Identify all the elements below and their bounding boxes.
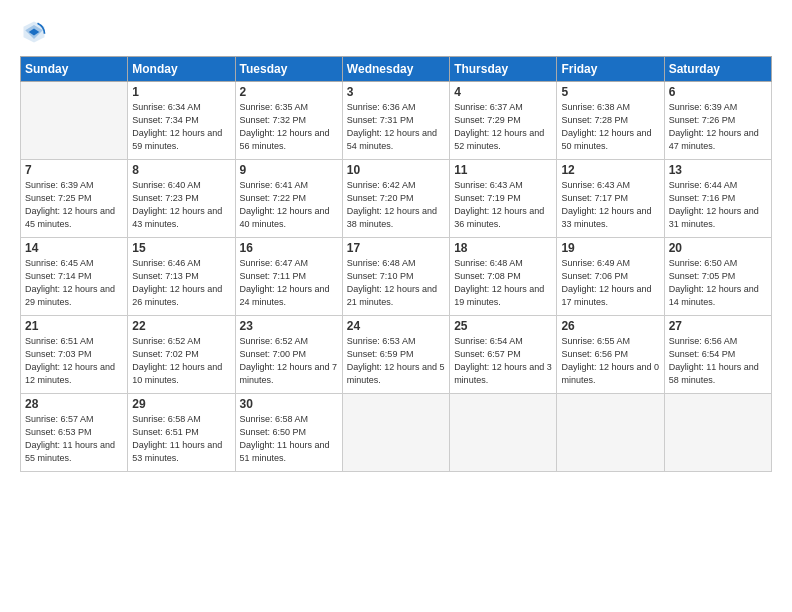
day-info: Sunrise: 6:44 AMSunset: 7:16 PMDaylight:…: [669, 179, 767, 231]
calendar-week-row: 14Sunrise: 6:45 AMSunset: 7:14 PMDayligh…: [21, 238, 772, 316]
calendar-cell: 19Sunrise: 6:49 AMSunset: 7:06 PMDayligh…: [557, 238, 664, 316]
day-number: 30: [240, 397, 338, 411]
calendar-cell: 15Sunrise: 6:46 AMSunset: 7:13 PMDayligh…: [128, 238, 235, 316]
day-info: Sunrise: 6:57 AMSunset: 6:53 PMDaylight:…: [25, 413, 123, 465]
calendar-header-row: SundayMondayTuesdayWednesdayThursdayFrid…: [21, 57, 772, 82]
calendar-cell: 13Sunrise: 6:44 AMSunset: 7:16 PMDayligh…: [664, 160, 771, 238]
day-info: Sunrise: 6:34 AMSunset: 7:34 PMDaylight:…: [132, 101, 230, 153]
day-number: 13: [669, 163, 767, 177]
calendar-cell: 20Sunrise: 6:50 AMSunset: 7:05 PMDayligh…: [664, 238, 771, 316]
calendar-cell: 7Sunrise: 6:39 AMSunset: 7:25 PMDaylight…: [21, 160, 128, 238]
day-info: Sunrise: 6:58 AMSunset: 6:51 PMDaylight:…: [132, 413, 230, 465]
calendar-cell: [450, 394, 557, 472]
day-info: Sunrise: 6:50 AMSunset: 7:05 PMDaylight:…: [669, 257, 767, 309]
day-info: Sunrise: 6:43 AMSunset: 7:19 PMDaylight:…: [454, 179, 552, 231]
day-number: 27: [669, 319, 767, 333]
day-info: Sunrise: 6:47 AMSunset: 7:11 PMDaylight:…: [240, 257, 338, 309]
day-number: 16: [240, 241, 338, 255]
calendar-cell: [21, 82, 128, 160]
day-number: 25: [454, 319, 552, 333]
day-info: Sunrise: 6:49 AMSunset: 7:06 PMDaylight:…: [561, 257, 659, 309]
day-number: 26: [561, 319, 659, 333]
calendar-cell: 17Sunrise: 6:48 AMSunset: 7:10 PMDayligh…: [342, 238, 449, 316]
calendar-cell: 22Sunrise: 6:52 AMSunset: 7:02 PMDayligh…: [128, 316, 235, 394]
day-header-tuesday: Tuesday: [235, 57, 342, 82]
day-info: Sunrise: 6:36 AMSunset: 7:31 PMDaylight:…: [347, 101, 445, 153]
day-number: 5: [561, 85, 659, 99]
day-number: 15: [132, 241, 230, 255]
day-number: 2: [240, 85, 338, 99]
calendar-cell: 24Sunrise: 6:53 AMSunset: 6:59 PMDayligh…: [342, 316, 449, 394]
calendar-table: SundayMondayTuesdayWednesdayThursdayFrid…: [20, 56, 772, 472]
day-header-thursday: Thursday: [450, 57, 557, 82]
calendar-cell: 25Sunrise: 6:54 AMSunset: 6:57 PMDayligh…: [450, 316, 557, 394]
day-number: 12: [561, 163, 659, 177]
day-info: Sunrise: 6:41 AMSunset: 7:22 PMDaylight:…: [240, 179, 338, 231]
calendar-cell: 16Sunrise: 6:47 AMSunset: 7:11 PMDayligh…: [235, 238, 342, 316]
calendar-week-row: 21Sunrise: 6:51 AMSunset: 7:03 PMDayligh…: [21, 316, 772, 394]
calendar-cell: 4Sunrise: 6:37 AMSunset: 7:29 PMDaylight…: [450, 82, 557, 160]
day-info: Sunrise: 6:43 AMSunset: 7:17 PMDaylight:…: [561, 179, 659, 231]
day-number: 19: [561, 241, 659, 255]
calendar-cell: 6Sunrise: 6:39 AMSunset: 7:26 PMDaylight…: [664, 82, 771, 160]
calendar-cell: 8Sunrise: 6:40 AMSunset: 7:23 PMDaylight…: [128, 160, 235, 238]
day-info: Sunrise: 6:46 AMSunset: 7:13 PMDaylight:…: [132, 257, 230, 309]
day-info: Sunrise: 6:52 AMSunset: 7:00 PMDaylight:…: [240, 335, 338, 387]
day-header-wednesday: Wednesday: [342, 57, 449, 82]
calendar-cell: 12Sunrise: 6:43 AMSunset: 7:17 PMDayligh…: [557, 160, 664, 238]
day-info: Sunrise: 6:48 AMSunset: 7:10 PMDaylight:…: [347, 257, 445, 309]
day-number: 23: [240, 319, 338, 333]
logo: [20, 18, 52, 46]
day-number: 4: [454, 85, 552, 99]
day-number: 28: [25, 397, 123, 411]
calendar-cell: 21Sunrise: 6:51 AMSunset: 7:03 PMDayligh…: [21, 316, 128, 394]
day-number: 18: [454, 241, 552, 255]
calendar-cell: 11Sunrise: 6:43 AMSunset: 7:19 PMDayligh…: [450, 160, 557, 238]
day-info: Sunrise: 6:51 AMSunset: 7:03 PMDaylight:…: [25, 335, 123, 387]
day-info: Sunrise: 6:45 AMSunset: 7:14 PMDaylight:…: [25, 257, 123, 309]
calendar-cell: 26Sunrise: 6:55 AMSunset: 6:56 PMDayligh…: [557, 316, 664, 394]
day-number: 8: [132, 163, 230, 177]
day-number: 20: [669, 241, 767, 255]
calendar-cell: [557, 394, 664, 472]
calendar-cell: 30Sunrise: 6:58 AMSunset: 6:50 PMDayligh…: [235, 394, 342, 472]
day-number: 11: [454, 163, 552, 177]
day-info: Sunrise: 6:39 AMSunset: 7:25 PMDaylight:…: [25, 179, 123, 231]
calendar-cell: 18Sunrise: 6:48 AMSunset: 7:08 PMDayligh…: [450, 238, 557, 316]
calendar-cell: 29Sunrise: 6:58 AMSunset: 6:51 PMDayligh…: [128, 394, 235, 472]
day-info: Sunrise: 6:52 AMSunset: 7:02 PMDaylight:…: [132, 335, 230, 387]
calendar-cell: 28Sunrise: 6:57 AMSunset: 6:53 PMDayligh…: [21, 394, 128, 472]
calendar-week-row: 1Sunrise: 6:34 AMSunset: 7:34 PMDaylight…: [21, 82, 772, 160]
day-info: Sunrise: 6:54 AMSunset: 6:57 PMDaylight:…: [454, 335, 552, 387]
day-header-sunday: Sunday: [21, 57, 128, 82]
day-number: 22: [132, 319, 230, 333]
calendar-cell: 10Sunrise: 6:42 AMSunset: 7:20 PMDayligh…: [342, 160, 449, 238]
day-header-friday: Friday: [557, 57, 664, 82]
calendar-cell: 1Sunrise: 6:34 AMSunset: 7:34 PMDaylight…: [128, 82, 235, 160]
day-number: 7: [25, 163, 123, 177]
day-info: Sunrise: 6:35 AMSunset: 7:32 PMDaylight:…: [240, 101, 338, 153]
day-number: 9: [240, 163, 338, 177]
day-number: 29: [132, 397, 230, 411]
day-number: 10: [347, 163, 445, 177]
day-info: Sunrise: 6:37 AMSunset: 7:29 PMDaylight:…: [454, 101, 552, 153]
day-number: 17: [347, 241, 445, 255]
day-info: Sunrise: 6:48 AMSunset: 7:08 PMDaylight:…: [454, 257, 552, 309]
calendar-cell: 3Sunrise: 6:36 AMSunset: 7:31 PMDaylight…: [342, 82, 449, 160]
day-info: Sunrise: 6:39 AMSunset: 7:26 PMDaylight:…: [669, 101, 767, 153]
logo-icon: [20, 18, 48, 46]
day-info: Sunrise: 6:56 AMSunset: 6:54 PMDaylight:…: [669, 335, 767, 387]
calendar-cell: 23Sunrise: 6:52 AMSunset: 7:00 PMDayligh…: [235, 316, 342, 394]
calendar-cell: [342, 394, 449, 472]
day-info: Sunrise: 6:55 AMSunset: 6:56 PMDaylight:…: [561, 335, 659, 387]
day-info: Sunrise: 6:42 AMSunset: 7:20 PMDaylight:…: [347, 179, 445, 231]
header: [20, 18, 772, 46]
calendar-week-row: 28Sunrise: 6:57 AMSunset: 6:53 PMDayligh…: [21, 394, 772, 472]
calendar-week-row: 7Sunrise: 6:39 AMSunset: 7:25 PMDaylight…: [21, 160, 772, 238]
calendar-cell: 9Sunrise: 6:41 AMSunset: 7:22 PMDaylight…: [235, 160, 342, 238]
day-number: 6: [669, 85, 767, 99]
page: SundayMondayTuesdayWednesdayThursdayFrid…: [0, 0, 792, 612]
day-number: 3: [347, 85, 445, 99]
day-info: Sunrise: 6:58 AMSunset: 6:50 PMDaylight:…: [240, 413, 338, 465]
day-info: Sunrise: 6:40 AMSunset: 7:23 PMDaylight:…: [132, 179, 230, 231]
